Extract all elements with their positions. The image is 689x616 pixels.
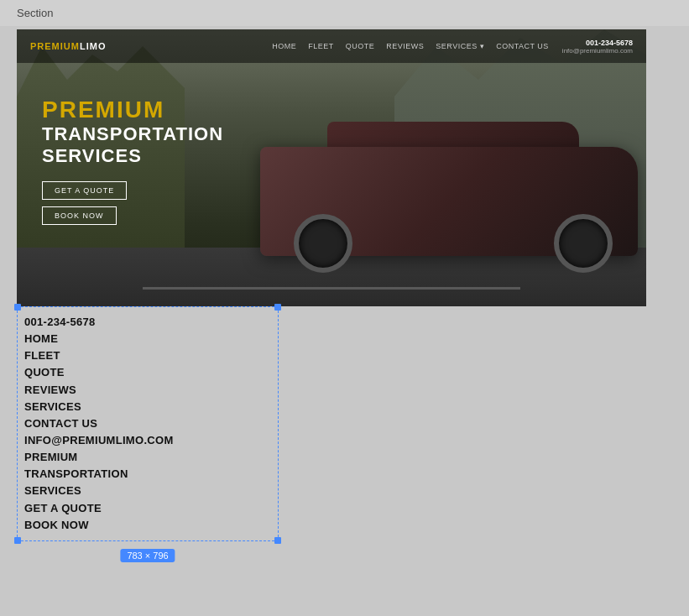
get-quote-button[interactable]: GET A QUOTE [42,181,127,200]
hero-banner: PREMIUMLIMO HOME FLEET QUOTE REVIEWS SER… [17,29,646,306]
navbar: PREMIUMLIMO HOME FLEET QUOTE REVIEWS SER… [17,29,646,63]
extracted-quote: QUOTE [24,364,273,381]
nav-contact[interactable]: CONTACT US [496,42,549,50]
nav-home[interactable]: HOME [272,42,296,50]
nav-logo: PREMIUMLIMO [30,41,106,51]
nav-quote[interactable]: QUOTE [346,42,375,50]
extracted-email: INFO@PREMIUMLIMO.COM [24,432,273,449]
nav-phone: 001-234-5678 [562,39,633,47]
extracted-services: SERVICES [24,399,273,415]
handle-br[interactable] [274,537,281,544]
hero-content: PREMIUM TRANSPORTATION SERVICES GET A QU… [42,97,223,225]
extracted-phone: 001-234-5678 [24,314,273,331]
selection-box: 001-234-5678 HOME FLEET QUOTE REVIEWS SE… [17,306,279,541]
handle-tr[interactable] [274,304,281,311]
nav-fleet[interactable]: FLEET [308,42,334,50]
logo-premium: PREMIUM [30,41,80,51]
handle-tl[interactable] [14,304,21,311]
handle-bl[interactable] [14,537,21,544]
car-wheel-right [554,214,613,273]
road-line [143,287,520,290]
hero-title-line1: TRANSPORTATION [42,123,223,145]
extracted-book-now: BOOK NOW [24,517,273,534]
nav-contact-info: 001-234-5678 info@premiumlimo.com [562,39,633,55]
hero-title-premium: PREMIUM [42,97,223,123]
extracted-contact: CONTACT US [24,415,273,432]
hero-title-line2: SERVICES [42,145,223,167]
book-now-button[interactable]: BOOK NOW [42,206,117,225]
nav-services[interactable]: SERVICES ▾ [436,42,484,50]
car-image [243,63,646,273]
hero-title-sub: TRANSPORTATION SERVICES [42,123,223,168]
extracted-services2: SERVICES [24,483,273,499]
extracted-home: HOME [24,331,273,347]
extracted-premium: PREMIUM [24,449,273,466]
section-label: Section [0,0,689,26]
extracted-get-quote: GET A QUOTE [24,500,273,517]
extracted-transportation: TRANSPORTATION [24,466,273,483]
nav-links: HOME FLEET QUOTE REVIEWS SERVICES ▾ CONT… [272,42,549,50]
extracted-reviews: REVIEWS [24,382,273,399]
size-badge: 783 × 796 [120,549,175,562]
nav-reviews[interactable]: REVIEWS [386,42,424,50]
logo-limo: LIMO [80,41,107,51]
car-wheel-left [294,214,352,273]
nav-email: info@premiumlimo.com [562,47,633,55]
extracted-fleet: FLEET [24,347,273,364]
